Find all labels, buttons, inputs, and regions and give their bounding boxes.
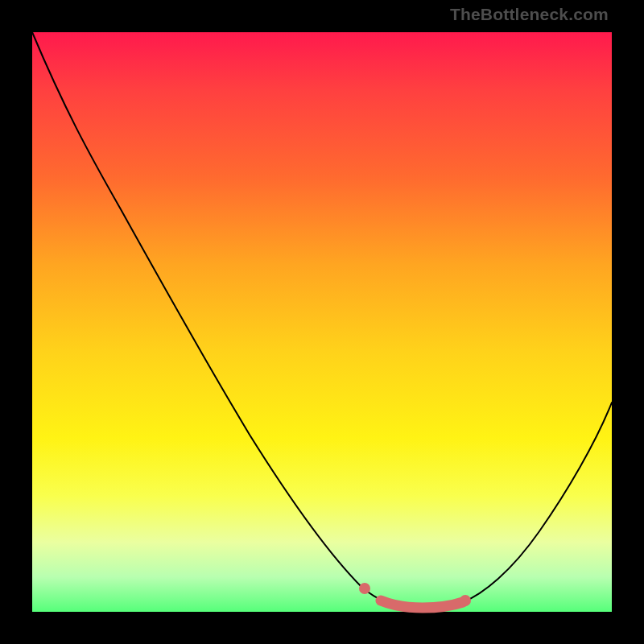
chart-frame: TheBottleneck.com: [0, 0, 644, 644]
bottleneck-curve: [32, 32, 612, 608]
attribution-label: TheBottleneck.com: [450, 5, 609, 24]
marker-dot-right: [460, 595, 471, 606]
marker-dot-left: [359, 583, 370, 594]
optimal-range-marker: [381, 601, 463, 608]
chart-overlay: [32, 32, 612, 612]
